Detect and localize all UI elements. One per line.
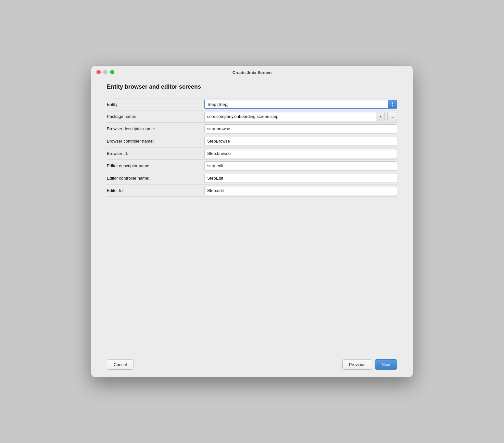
close-button[interactable]: [96, 70, 101, 74]
package-name-field: ▼ ...: [204, 111, 397, 122]
browser-id-label: Browser id:: [107, 149, 204, 158]
browser-descriptor-field: [204, 123, 397, 135]
ellipsis-icon: ...: [391, 114, 394, 119]
entity-input[interactable]: [204, 100, 388, 109]
minimize-button[interactable]: [103, 70, 107, 74]
previous-button[interactable]: Previous: [342, 359, 372, 370]
navigation-buttons: Previous Next: [342, 359, 397, 370]
browser-controller-label: Browser controller name:: [107, 137, 204, 146]
editor-descriptor-field: [204, 160, 397, 172]
editor-id-field: [204, 185, 397, 196]
browser-descriptor-input[interactable]: [204, 124, 397, 133]
entity-label: Entity:: [107, 100, 204, 109]
browser-descriptor-label: Browser descriptor name:: [107, 124, 204, 133]
package-name-label: Package name:: [107, 112, 204, 121]
browser-controller-field: [204, 135, 397, 147]
page-title: Entity browser and editor screens: [107, 83, 397, 90]
browser-id-input[interactable]: [204, 149, 397, 158]
dialog-window: Create Jmix Screen Entity browser and ed…: [91, 66, 413, 377]
editor-controller-field: [204, 172, 397, 184]
editor-descriptor-label: Editor descriptor name:: [107, 161, 204, 170]
browser-id-field: [204, 148, 397, 159]
title-bar: Create Jmix Screen: [91, 66, 413, 78]
entity-row: Entity: ▲ ▼: [107, 98, 397, 110]
editor-id-label: Editor Id:: [107, 186, 204, 195]
browser-id-row: Browser id:: [107, 147, 397, 160]
browser-controller-input[interactable]: [204, 137, 397, 146]
editor-descriptor-row: Editor descriptor name:: [107, 160, 397, 172]
editor-id-row: Editor Id:: [107, 184, 397, 197]
traffic-lights: [96, 70, 114, 74]
maximize-button[interactable]: [110, 70, 114, 74]
package-name-input[interactable]: [204, 112, 376, 121]
editor-descriptor-input[interactable]: [204, 161, 397, 171]
form-area: Entity: ▲ ▼ Package name:: [107, 98, 397, 346]
browser-controller-row: Browser controller name:: [107, 135, 397, 147]
next-button[interactable]: Next: [375, 359, 397, 370]
package-browse-button[interactable]: ...: [387, 112, 397, 121]
cancel-button[interactable]: Cancel: [107, 359, 133, 370]
entity-spinner[interactable]: ▲ ▼: [388, 100, 397, 109]
chevron-down-icon: ▼: [379, 115, 382, 118]
editor-controller-input[interactable]: [204, 174, 397, 183]
spinner-up-icon: ▲: [391, 102, 394, 104]
editor-id-input[interactable]: [204, 186, 397, 195]
spinner-down-icon: ▼: [391, 105, 394, 107]
window-title: Create Jmix Screen: [233, 70, 272, 75]
content-area: Entity browser and editor screens Entity…: [91, 78, 413, 354]
package-name-row: Package name: ▼ ...: [107, 110, 397, 123]
footer: Cancel Previous Next: [91, 354, 413, 377]
package-dropdown-button[interactable]: ▼: [377, 112, 385, 121]
browser-descriptor-row: Browser descriptor name:: [107, 123, 397, 135]
entity-field: ▲ ▼: [204, 98, 397, 110]
editor-controller-row: Editor controller name:: [107, 172, 397, 184]
editor-controller-label: Editor controller name:: [107, 174, 204, 183]
